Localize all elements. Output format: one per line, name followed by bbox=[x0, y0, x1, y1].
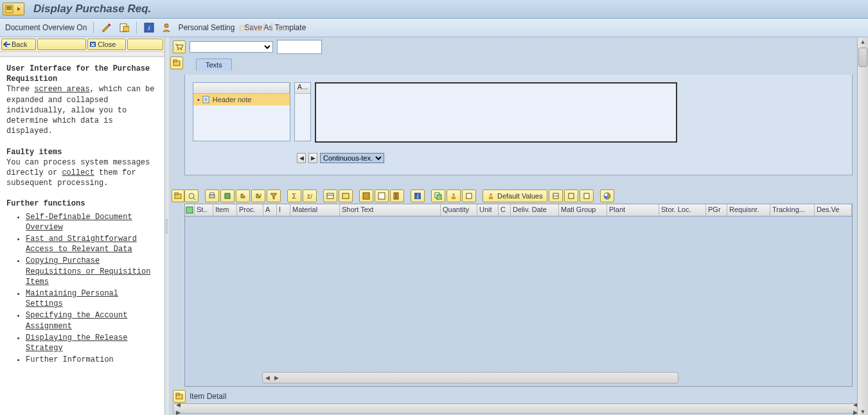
svg-rect-45 bbox=[584, 193, 589, 199]
col-i[interactable]: I bbox=[277, 204, 290, 216]
default-values-button[interactable]: Default Values bbox=[483, 190, 547, 202]
grid-toolbar: Σ Σ/ i Default Values bbox=[184, 188, 853, 204]
personal-setting-icon[interactable] bbox=[161, 22, 172, 33]
scroll-right-icon[interactable]: ▶ bbox=[272, 373, 281, 382]
svg-rect-30 bbox=[378, 193, 385, 199]
help-link[interactable]: Fast and Straightforward Access to Relev… bbox=[26, 234, 137, 254]
scroll-down-icon[interactable]: ▼ bbox=[858, 407, 867, 415]
text-format-select[interactable]: Continuous-tex.. bbox=[320, 153, 384, 163]
help-extra-button[interactable] bbox=[127, 39, 163, 50]
collapse-items-icon[interactable] bbox=[172, 190, 184, 202]
scroll-left-icon[interactable]: ◀ bbox=[263, 373, 272, 382]
back-button[interactable]: Back bbox=[1, 39, 36, 50]
texts-section: • Header note A... ◀ ▶ Continuous-tex.. bbox=[184, 75, 853, 175]
export-icon[interactable] bbox=[220, 190, 235, 202]
delete-layout-icon[interactable] bbox=[580, 190, 594, 202]
help-link[interactable]: Specifying the Account Assignment bbox=[26, 311, 127, 330]
other-pr-icon[interactable] bbox=[118, 22, 130, 33]
help-link[interactable]: Further Information bbox=[26, 355, 114, 364]
help-link[interactable]: Copying Purchase Requisitions or Requisi… bbox=[26, 256, 150, 286]
subtotal-icon[interactable]: Σ/ bbox=[303, 190, 317, 202]
vertical-scrollbar[interactable]: ▲ ▼ bbox=[857, 37, 868, 415]
svg-point-40 bbox=[490, 193, 492, 196]
svg-text:i: i bbox=[148, 24, 150, 31]
col-qty[interactable]: Quantity bbox=[441, 204, 477, 216]
scroll-right-icon[interactable]: ▶ bbox=[173, 409, 182, 415]
col-desve[interactable]: Des.Ve bbox=[815, 204, 852, 216]
personal-setting-button[interactable]: Personal Setting bbox=[178, 23, 235, 32]
col-requisnr[interactable]: Requisnr. bbox=[727, 204, 770, 216]
find-next-icon[interactable] bbox=[251, 190, 265, 202]
document-overview-button[interactable]: Document Overview On bbox=[5, 23, 87, 32]
collapse-header-icon[interactable] bbox=[170, 57, 183, 69]
sum-icon[interactable]: Σ bbox=[287, 190, 301, 202]
chart-icon[interactable] bbox=[600, 190, 614, 202]
prev-text-icon[interactable]: ◀ bbox=[297, 153, 306, 163]
col-tracking[interactable]: Tracking... bbox=[770, 204, 815, 216]
col-c[interactable]: C bbox=[499, 204, 511, 216]
save-layout-icon[interactable] bbox=[564, 190, 578, 202]
download-icon[interactable] bbox=[339, 190, 353, 202]
help-icon[interactable]: i bbox=[143, 22, 155, 33]
work-area: ▲ ▼ Texts bbox=[169, 37, 868, 415]
layout-icon[interactable] bbox=[323, 190, 337, 202]
svg-rect-38 bbox=[452, 197, 456, 199]
help-link[interactable]: Self-Definable Document Overview bbox=[26, 213, 132, 232]
cart-icon[interactable] bbox=[173, 40, 186, 53]
row-selector-header[interactable] bbox=[185, 204, 195, 216]
grid-body[interactable]: ◀ ▶ bbox=[184, 216, 853, 387]
close-button[interactable]: Close bbox=[87, 39, 126, 50]
print-icon[interactable] bbox=[205, 190, 219, 202]
text-type-tree[interactable]: • Header note bbox=[193, 82, 290, 141]
col-storloc[interactable]: Stor. Loc. bbox=[659, 204, 706, 216]
scroll-left-icon[interactable]: ◀ bbox=[173, 401, 182, 409]
variant-icon[interactable] bbox=[549, 190, 563, 202]
svg-rect-49 bbox=[176, 393, 179, 395]
app-menu-icon[interactable] bbox=[3, 3, 24, 15]
svg-rect-26 bbox=[327, 193, 333, 199]
tab-texts[interactable]: Texts bbox=[196, 58, 232, 71]
help-h3: Further functions bbox=[6, 199, 85, 208]
col-proc[interactable]: Proc. bbox=[237, 204, 263, 216]
col-plant[interactable]: Plant bbox=[607, 204, 659, 216]
filter-icon[interactable] bbox=[267, 190, 281, 202]
help-link[interactable]: Displaying the Release Strategy bbox=[26, 333, 127, 353]
doc-type-select[interactable] bbox=[190, 41, 273, 53]
header-note-row[interactable]: • Header note bbox=[193, 94, 290, 105]
select-all-icon[interactable] bbox=[359, 190, 373, 202]
forward-button[interactable] bbox=[37, 39, 86, 50]
find-icon[interactable] bbox=[236, 190, 250, 202]
columns-icon[interactable] bbox=[390, 190, 404, 202]
col-status[interactable]: St.. bbox=[195, 204, 213, 216]
col-pgr[interactable]: PGr bbox=[706, 204, 727, 216]
attach-icon[interactable] bbox=[462, 190, 476, 202]
col-shorttext[interactable]: Short Text bbox=[340, 204, 441, 216]
copy-icon[interactable] bbox=[431, 190, 445, 202]
scroll-up-icon[interactable]: ▲ bbox=[858, 37, 867, 46]
svg-point-9 bbox=[177, 49, 179, 50]
long-text-editor[interactable] bbox=[315, 82, 677, 143]
bottom-h-scrollbar[interactable]: ◀▶ ◀▶ bbox=[173, 403, 860, 414]
default-values-label: Default Values bbox=[497, 192, 543, 200]
col-a[interactable]: A bbox=[263, 204, 277, 216]
create-icon[interactable] bbox=[100, 22, 112, 33]
next-text-icon[interactable]: ▶ bbox=[308, 153, 317, 163]
help-p2b[interactable]: collect bbox=[62, 168, 94, 177]
svg-rect-22 bbox=[210, 193, 214, 195]
col-unit[interactable]: Unit bbox=[477, 204, 499, 216]
help-h2: Faulty items bbox=[6, 148, 62, 157]
col-matlgroup[interactable]: Matl Group bbox=[559, 204, 607, 216]
svg-rect-32 bbox=[396, 193, 398, 199]
col-delivdate[interactable]: Deliv. Date bbox=[511, 204, 559, 216]
help-p1b[interactable]: screen areas bbox=[34, 85, 89, 94]
services-icon[interactable] bbox=[447, 190, 461, 202]
col-item[interactable]: Item bbox=[213, 204, 237, 216]
deselect-all-icon[interactable] bbox=[375, 190, 389, 202]
details-icon[interactable] bbox=[184, 190, 199, 202]
info-icon[interactable]: i bbox=[411, 190, 425, 202]
col-material[interactable]: Material bbox=[290, 204, 340, 216]
help-link[interactable]: Maintaining Personal Settings bbox=[26, 289, 118, 308]
grid-h-scrollbar[interactable]: ◀ ▶ bbox=[262, 372, 678, 384]
help-panel: Back Close User Interface for the Purcha… bbox=[0, 37, 165, 415]
doc-number-input[interactable] bbox=[277, 40, 322, 54]
